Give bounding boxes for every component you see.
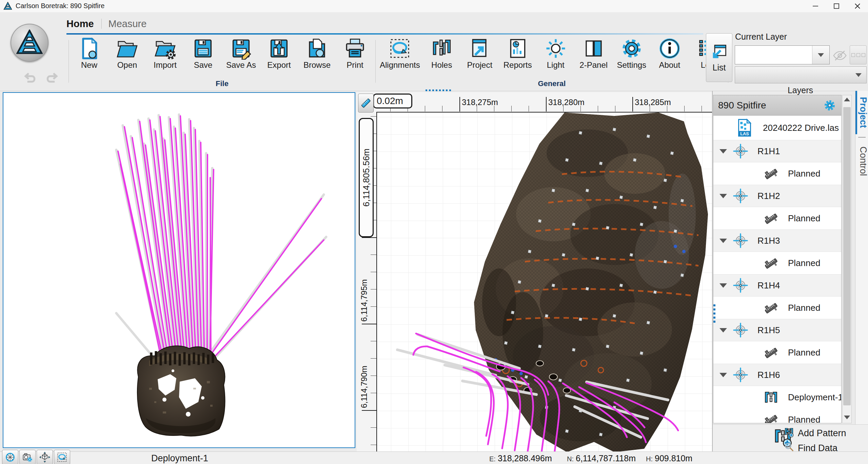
layer-options-button[interactable] [850, 45, 867, 64]
project-tree: 890 Spitfire LAS20240222 Drive.las - ...… [713, 95, 842, 423]
tree-row-r1h2[interactable]: R1H2 [713, 185, 841, 207]
add-pattern-button[interactable]: Add Pattern [784, 427, 846, 440]
ribbon-button-label: Light [547, 60, 565, 70]
tree-row-planned[interactable]: Planned [713, 341, 841, 364]
tree-row-label: Planned [788, 168, 820, 179]
tree-row-r1h4[interactable]: R1H4 [713, 274, 841, 297]
dock-tab-project[interactable]: Project [855, 91, 868, 134]
ruler-tool-button[interactable] [358, 94, 374, 113]
two-panel-icon [583, 37, 605, 60]
tree-row-r1h1[interactable]: R1H1 [713, 140, 841, 162]
tree-row-r1h6[interactable]: R1H6 [713, 364, 841, 386]
scroll-down-arrow[interactable] [844, 416, 850, 419]
combo-arrow[interactable] [812, 46, 829, 64]
nav-compass-button[interactable] [2, 450, 18, 464]
ribbon-button-save[interactable]: Save [184, 36, 222, 70]
chevron-down-icon[interactable] [719, 194, 727, 198]
h-ruler-label: 318,275m [462, 98, 498, 107]
tree-row-label: R1H3 [757, 236, 780, 246]
easting-readout: E:318,288.496m [489, 453, 552, 463]
ribbon-button-project[interactable]: Project [461, 36, 499, 70]
ribbon-button-browse[interactable]: Browse [298, 36, 336, 70]
ribbon-button-label: Save As [226, 60, 256, 70]
layer-list-button[interactable]: List [706, 33, 732, 82]
h-ruler-minor-tick [615, 106, 615, 112]
tree-row-planned[interactable]: Planned [713, 162, 841, 185]
minimize-button[interactable] [805, 0, 826, 12]
deployment-pipes-icon [763, 389, 779, 405]
chevron-down-icon[interactable] [719, 373, 727, 377]
tree-row-label: Planned [788, 213, 820, 224]
v-ruler-minor-tick [371, 306, 376, 307]
v-ruler-minor-tick [371, 376, 376, 376]
scrollbar-thumb[interactable] [843, 107, 851, 405]
tree-row-deployment-1[interactable]: Deployment-1 [713, 386, 841, 408]
tree-row-planned[interactable]: Planned [713, 408, 841, 423]
ribbon-button-settings[interactable]: Settings [613, 36, 651, 70]
ruler-icon [360, 97, 372, 109]
ribbon-button-print[interactable]: Print [336, 36, 374, 70]
ribbon-button-open[interactable]: Open [108, 36, 146, 70]
planned-ruler-icon [763, 411, 779, 423]
ribbon-button-about[interactable]: About [651, 36, 689, 70]
chevron-down-icon[interactable] [719, 239, 727, 243]
export-floppy-icon [268, 37, 290, 60]
tab-home[interactable]: Home [66, 18, 100, 29]
sidebar-drag-handle[interactable] [713, 304, 715, 323]
panel-drag-handle[interactable] [426, 89, 451, 91]
group-label-general: General [377, 79, 727, 89]
ribbon: HomeMeasure NewOpenImportSaveSave AsExpo… [0, 12, 868, 91]
close-button[interactable] [847, 0, 868, 12]
undo-button[interactable] [22, 72, 37, 87]
ribbon-button-alignments[interactable]: Alignments [377, 36, 423, 70]
ribbon-button-export[interactable]: Export [260, 36, 298, 70]
tab-underline [66, 33, 703, 35]
chevron-down-icon[interactable] [719, 283, 727, 288]
ribbon-button-save-as[interactable]: Save As [222, 36, 260, 70]
tree-row-planned[interactable]: Planned [713, 252, 841, 274]
tab-measure[interactable]: Measure [108, 18, 153, 29]
list-window-icon [710, 43, 728, 61]
h-ruler-minor-tick [702, 106, 702, 112]
scroll-up-arrow[interactable] [844, 98, 850, 101]
redo-button[interactable] [45, 72, 60, 87]
chevron-down-icon[interactable] [719, 328, 727, 332]
hole-target-icon [732, 188, 749, 204]
h-ruler-minor-tick [511, 106, 512, 112]
h-ruler-major-tick [459, 97, 460, 112]
ribbon-button-label: Project [467, 60, 492, 70]
tree-row-planned[interactable]: Planned [713, 297, 841, 319]
nav-camera-gear-button[interactable] [19, 450, 36, 464]
v-ruler-major-tick [362, 324, 376, 324]
chevron-down-icon[interactable] [719, 149, 727, 154]
tree-row-r1h5[interactable]: R1H5 [713, 319, 841, 341]
carlson-logo-button[interactable] [11, 24, 48, 62]
h-ruler-label: 318,285m [635, 98, 671, 107]
ribbon-button-new[interactable]: New [70, 36, 108, 70]
layer-filter-combobox[interactable] [735, 66, 867, 83]
planned-ruler-icon [763, 255, 779, 271]
current-layer-combobox[interactable] [735, 45, 830, 64]
tree-row-20240222-drive-las-[interactable]: LAS20240222 Drive.las - ... [713, 116, 841, 140]
ribbon-button-import[interactable]: Import [146, 36, 184, 70]
height-readout: H:909.810m [646, 453, 692, 463]
ribbon-button-reports[interactable]: Reports [499, 36, 537, 70]
maximize-button[interactable] [826, 0, 847, 12]
report-chart-icon [507, 37, 529, 60]
viewport-3d-deployment[interactable] [3, 92, 355, 448]
dock-tab-control[interactable]: Control [855, 140, 868, 182]
tree-row-planned[interactable]: Planned [713, 207, 841, 229]
viewport-plan-scan[interactable] [376, 112, 712, 451]
browse-folder-icon [306, 37, 328, 60]
ribbon-button-2-panel[interactable]: 2-Panel [575, 36, 613, 70]
ribbon-button-holes[interactable]: Holes [423, 36, 461, 70]
dock-tab-strip: ProjectControl [855, 91, 868, 464]
nav-cube-extents-button[interactable] [37, 450, 53, 464]
tree-row-label: R1H2 [757, 191, 780, 201]
ribbon-button-light[interactable]: Light [537, 36, 575, 70]
tree-row-r1h3[interactable]: R1H3 [713, 229, 841, 252]
project-settings-gear-icon[interactable] [823, 99, 836, 112]
nav-alignment-box-button[interactable] [54, 450, 70, 464]
hole-target-icon [732, 367, 749, 383]
sidebar-splitter[interactable] [712, 91, 713, 464]
